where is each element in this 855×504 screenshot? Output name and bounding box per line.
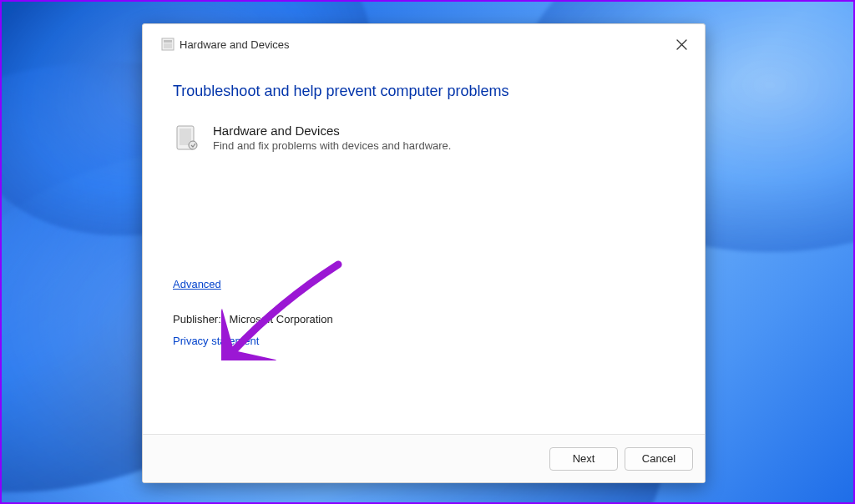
advanced-link[interactable]: Advanced xyxy=(173,278,221,290)
troubleshooter-title: Hardware and Devices xyxy=(213,123,451,138)
close-button[interactable] xyxy=(670,34,693,58)
troubleshooter-description: Find and fix problems with devices and h… xyxy=(213,139,451,152)
svg-rect-1 xyxy=(164,40,172,43)
dialog-content: Troubleshoot and help prevent computer p… xyxy=(143,59,705,434)
publisher-row: Publisher: Microsoft Corporation xyxy=(173,313,333,325)
publisher-value: Microsoft Corporation xyxy=(229,313,332,325)
svg-point-5 xyxy=(189,141,197,149)
page-title: Troubleshoot and help prevent computer p… xyxy=(173,83,675,100)
cancel-button[interactable]: Cancel xyxy=(625,447,693,471)
privacy-statement-link[interactable]: Privacy statement xyxy=(173,335,259,347)
svg-rect-2 xyxy=(164,43,172,48)
troubleshooter-dialog: Hardware and Devices Troubleshoot and he… xyxy=(142,23,706,483)
publisher-label: Publisher: xyxy=(173,313,221,325)
hardware-icon xyxy=(173,123,201,152)
close-icon xyxy=(676,38,687,53)
next-button[interactable]: Next xyxy=(549,447,618,471)
troubleshooter-item: Hardware and Devices Find and fix proble… xyxy=(173,123,675,152)
dialog-footer: Next Cancel xyxy=(143,434,705,482)
titlebar: Hardware and Devices xyxy=(143,24,705,59)
window-icon xyxy=(161,38,175,51)
troubleshooter-text: Hardware and Devices Find and fix proble… xyxy=(213,123,451,152)
window-title: Hardware and Devices xyxy=(180,38,290,51)
